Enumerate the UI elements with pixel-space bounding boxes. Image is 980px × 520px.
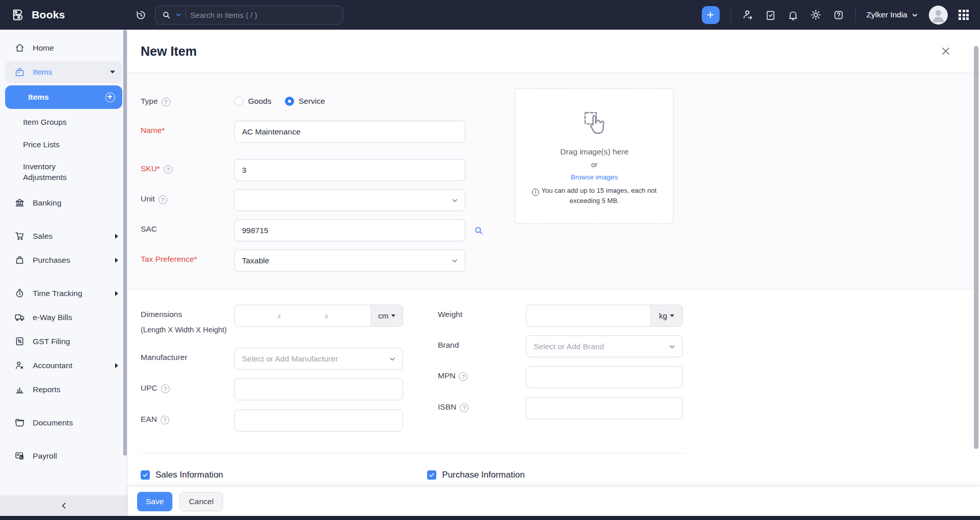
- upload-note-text: You can add up to 15 images, each not ex…: [541, 187, 656, 205]
- info-icon: i: [532, 189, 539, 196]
- sidebar-item-payroll[interactable]: Payroll: [0, 444, 127, 468]
- bank-icon: [14, 197, 25, 208]
- truck-icon: [14, 312, 25, 323]
- sidebar-item-banking[interactable]: Banking: [0, 191, 127, 215]
- topbar-divider: [730, 8, 731, 22]
- cancel-button[interactable]: Cancel: [180, 492, 222, 511]
- help-icon[interactable]: ?: [162, 98, 170, 106]
- unit-label-wrap: Unit ?: [141, 189, 234, 211]
- checkbox-checked-icon[interactable]: [141, 470, 150, 480]
- books-logo-icon: [10, 7, 26, 22]
- help-icon[interactable]: ?: [161, 385, 170, 393]
- brand-logo[interactable]: Books: [0, 7, 128, 22]
- chevron-down-icon: [669, 343, 676, 350]
- dimension-width-input[interactable]: [282, 305, 323, 326]
- add-item-icon[interactable]: [105, 93, 115, 102]
- sidebar-item-items[interactable]: Items: [5, 61, 122, 83]
- sidebar-scrollbar[interactable]: [123, 30, 127, 456]
- dimension-separator: x: [324, 312, 329, 320]
- weight-input[interactable]: [526, 305, 651, 326]
- notifications-bell-icon[interactable]: [787, 9, 799, 21]
- sidebar-item-sales[interactable]: Sales: [0, 224, 127, 248]
- help-icon[interactable]: [833, 9, 844, 21]
- history-icon[interactable]: [135, 9, 147, 21]
- chevron-down-icon: [389, 355, 396, 363]
- sidebar-item-time-tracking[interactable]: Time Tracking: [0, 281, 127, 305]
- unit-select[interactable]: [234, 189, 465, 211]
- dimensions-unit-select[interactable]: cm: [371, 305, 403, 326]
- mpn-row: MPN ?: [438, 366, 683, 388]
- page-scrollbar[interactable]: [974, 46, 978, 449]
- search-scope-chevron-icon[interactable]: [175, 12, 182, 18]
- dimensions-unit-value: cm: [378, 311, 388, 320]
- referral-icon[interactable]: [742, 9, 754, 21]
- sidebar-item-label: Documents: [33, 418, 118, 427]
- user-avatar[interactable]: [929, 6, 948, 25]
- weight-input-group[interactable]: kg: [526, 305, 683, 327]
- help-icon[interactable]: ?: [164, 165, 172, 174]
- save-button[interactable]: Save: [137, 492, 172, 511]
- isbn-input[interactable]: [526, 397, 683, 419]
- settings-gear-icon[interactable]: [810, 9, 822, 21]
- sidebar-subitem-inventory-adjustments[interactable]: Inventory Adjustments: [0, 156, 127, 188]
- sidebar-item-home[interactable]: Home: [0, 36, 127, 60]
- radio-goods-circle[interactable]: [234, 97, 243, 106]
- quick-create-button[interactable]: [702, 6, 720, 24]
- sidebar-item-label: Price Lists: [23, 140, 118, 149]
- sidebar-subitem-items-active[interactable]: Items: [5, 85, 122, 109]
- sidebar-item-accountant[interactable]: Accountant: [0, 353, 127, 377]
- weight-unit-select[interactable]: kg: [651, 305, 682, 326]
- chevron-right-icon: [115, 258, 118, 263]
- help-icon[interactable]: ?: [161, 416, 169, 424]
- close-icon[interactable]: [940, 46, 951, 57]
- global-search[interactable]: Search in Items ( / ): [155, 6, 343, 25]
- org-switcher[interactable]: Zylker India: [866, 10, 918, 19]
- apps-grid-icon[interactable]: [959, 10, 969, 20]
- mpn-input[interactable]: [526, 366, 683, 388]
- sidebar-item-gst-filing[interactable]: GST Filing: [0, 329, 127, 353]
- brand-select[interactable]: Select or Add Brand: [526, 335, 683, 357]
- tax-preference-select[interactable]: Taxable: [234, 250, 465, 272]
- chevron-down-icon: [911, 12, 918, 18]
- image-upload-dropzone[interactable]: Drag image(s) here or Browse images iYou…: [515, 88, 674, 224]
- purchase-information-toggle[interactable]: Purchase Information: [427, 470, 525, 480]
- sidebar-item-reports[interactable]: Reports: [0, 377, 127, 401]
- search-divider: [186, 9, 186, 20]
- help-icon[interactable]: ?: [159, 195, 167, 204]
- mpn-label: MPN: [438, 371, 455, 380]
- chevron-right-icon: [115, 291, 118, 296]
- checkbox-checked-icon[interactable]: [427, 470, 436, 480]
- sidebar-subitem-item-groups[interactable]: Item Groups: [0, 111, 127, 133]
- sidebar-item-purchases[interactable]: Purchases: [0, 248, 127, 272]
- item-attributes-section: Dimensions (Length X Width X Height) x x: [128, 289, 980, 516]
- radio-goods[interactable]: Goods: [234, 97, 272, 106]
- sac-lookup-icon[interactable]: [474, 225, 484, 236]
- radio-service-circle[interactable]: [285, 97, 294, 106]
- tasks-icon[interactable]: [765, 9, 776, 21]
- sku-input[interactable]: [234, 159, 465, 181]
- sales-information-toggle[interactable]: Sales Information: [141, 470, 223, 480]
- sidebar-subitem-price-lists[interactable]: Price Lists: [0, 133, 127, 156]
- dimensions-input-group[interactable]: x x cm: [234, 305, 403, 327]
- browse-images-link[interactable]: Browse images: [571, 173, 618, 181]
- sac-input[interactable]: [234, 219, 465, 241]
- weight-label: Weight: [438, 310, 462, 319]
- manufacturer-select[interactable]: Select or Add Manufacturer: [234, 348, 403, 370]
- sidebar-item-documents[interactable]: Documents: [0, 411, 127, 435]
- upc-input[interactable]: [234, 378, 403, 400]
- manufacturer-row: Manufacturer Select or Add Manufacturer: [141, 348, 404, 370]
- help-icon[interactable]: ?: [460, 403, 469, 412]
- ean-input[interactable]: [234, 410, 403, 432]
- radio-service[interactable]: Service: [285, 97, 325, 106]
- dimension-separator: x: [276, 312, 282, 320]
- name-input[interactable]: [234, 121, 465, 143]
- sidebar-item-eway-bills[interactable]: e-Way Bills: [0, 305, 127, 329]
- sidebar-collapse-button[interactable]: [0, 495, 127, 516]
- page-title: New Item: [141, 44, 197, 59]
- sales-information-label: Sales Information: [155, 470, 223, 480]
- dimension-height-input[interactable]: [329, 305, 371, 326]
- help-icon[interactable]: ?: [459, 372, 467, 381]
- dimension-length-input[interactable]: [235, 305, 276, 326]
- ean-label-wrap: EAN ?: [141, 410, 234, 432]
- stopwatch-icon: [14, 288, 25, 299]
